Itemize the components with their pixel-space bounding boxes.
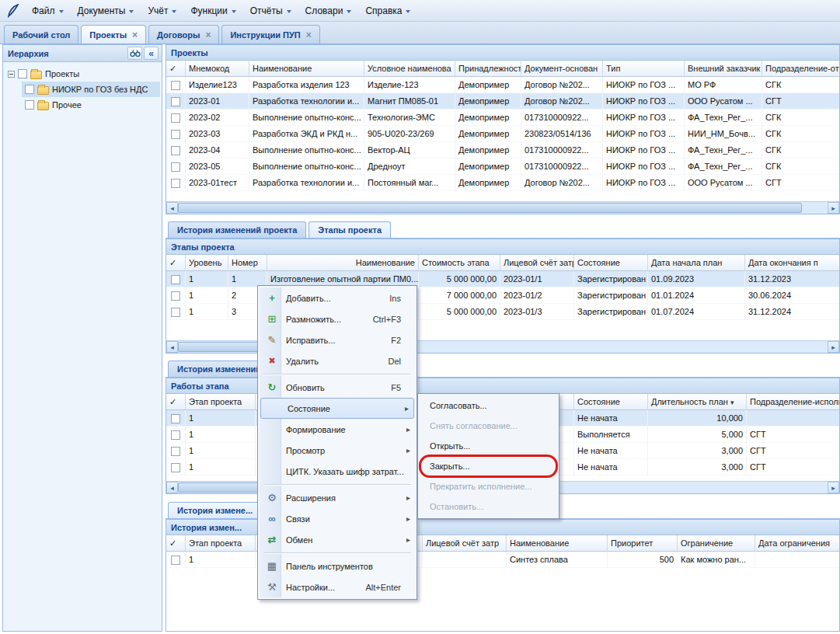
column-header[interactable]: Дата окончания п▾ xyxy=(745,255,839,271)
column-header[interactable]: Стоимость этапа▾ xyxy=(419,255,500,271)
select-all-header[interactable]: ✓ xyxy=(166,535,186,552)
scroll-left-icon[interactable]: ◂ xyxy=(166,202,178,214)
sub-tab[interactable]: Этапы проекта xyxy=(308,221,391,238)
menubar-item[interactable]: Функции xyxy=(183,2,242,19)
row-checkbox[interactable] xyxy=(171,275,180,284)
table-row[interactable]: Изделие123 Разработка изделия 123 Издели… xyxy=(166,77,839,93)
scroll-right-icon[interactable]: ▸ xyxy=(828,341,839,353)
row-checkbox[interactable] xyxy=(171,81,180,90)
sub-tab[interactable]: История изменений проекта xyxy=(168,221,306,238)
column-header[interactable]: Подразделение-от▾ xyxy=(762,61,839,77)
menubar-item[interactable]: Файл xyxy=(25,2,71,19)
scroll-left-icon[interactable]: ◂ xyxy=(166,482,178,493)
context-menu-item[interactable]: + Добавить... Ins ▸ xyxy=(260,287,415,308)
context-menu-item[interactable]: ⊞ Размножить... Ctrl+F3 ▸ xyxy=(260,308,415,329)
context-menu-item[interactable]: ЦИТК. Указать шифр затрат... ▸ xyxy=(260,461,415,482)
main-tab[interactable]: Проекты × xyxy=(81,25,146,44)
main-tab[interactable]: Договоры × xyxy=(148,25,219,44)
search-icon[interactable] xyxy=(127,47,142,60)
tree-checkbox[interactable] xyxy=(25,85,34,94)
menubar-item[interactable]: Словари xyxy=(298,2,359,19)
menubar-item[interactable]: Отчёты xyxy=(243,2,298,19)
column-header[interactable]: Этап проекта▾ xyxy=(186,535,256,552)
context-menu-item[interactable]: ⚒ Настройки... Alt+Enter ▸ xyxy=(260,577,415,597)
context-menu-item[interactable]: ▦ Панель инструментов ▸ xyxy=(260,556,415,577)
column-header[interactable]: Этап проекта▾ xyxy=(186,394,256,410)
column-header[interactable]: Лицевой счёт затр▾ xyxy=(423,535,507,552)
row-checkbox[interactable] xyxy=(171,430,180,440)
row-checkbox[interactable] xyxy=(171,179,180,188)
collapse-panel-icon[interactable]: « xyxy=(144,47,159,60)
context-menu-item[interactable]: Состояние ▸ xyxy=(260,398,414,419)
tree-node[interactable]: НИОКР по ГОЗ без НДС xyxy=(22,82,160,97)
tree-node[interactable]: Прочее xyxy=(22,97,160,113)
scrollbar-track[interactable] xyxy=(178,202,828,214)
table-row[interactable]: 2023-02 Выполнение опытно-конс... Технол… xyxy=(166,110,839,126)
context-menu-item[interactable]: ✖ Удалить Del ▸ xyxy=(260,350,415,371)
context-menu-item[interactable]: ⚙ Расширения ▸ xyxy=(260,487,415,508)
menubar-item[interactable]: Справка xyxy=(358,2,417,19)
column-header[interactable]: Наименование▾ xyxy=(507,535,608,552)
column-header[interactable]: Лицевой счёт затрат▾ xyxy=(500,255,574,271)
column-header[interactable]: Наименование▾ xyxy=(249,61,364,77)
submenu-item[interactable]: Согласовать... xyxy=(420,395,557,416)
scroll-left-icon[interactable]: ◂ xyxy=(166,341,178,353)
scroll-right-icon[interactable]: ▸ xyxy=(828,202,839,214)
column-header[interactable]: Состояние▾ xyxy=(574,255,648,271)
context-menu-item[interactable]: ⇄ Обмен ▸ xyxy=(260,529,415,550)
row-checkbox[interactable] xyxy=(171,146,180,155)
column-header[interactable]: Дата начала план▾ xyxy=(648,255,745,271)
context-menu-item[interactable]: ∞ Связи ▸ xyxy=(260,508,415,529)
row-checkbox[interactable] xyxy=(171,113,180,123)
column-header[interactable]: Номер▾ xyxy=(228,255,267,271)
context-menu-item[interactable]: ✎ Исправить... F2 ▸ xyxy=(260,329,415,350)
row-checkbox[interactable] xyxy=(171,308,180,317)
column-header[interactable]: Тип▾ xyxy=(603,61,685,77)
column-header[interactable]: Приоритет▾ xyxy=(608,535,678,552)
row-checkbox[interactable] xyxy=(171,130,180,139)
column-header[interactable]: Мнемокод▾ xyxy=(186,61,249,77)
context-menu-item[interactable]: Формирование ▸ xyxy=(260,419,415,440)
table-row[interactable]: 2023-05 Выполнение опытно-конс... Дредно… xyxy=(166,158,839,175)
row-checkbox[interactable] xyxy=(171,447,180,456)
submenu-item[interactable]: Закрыть... xyxy=(420,456,557,476)
select-all-header[interactable]: ✓ xyxy=(166,394,186,410)
tab-close-icon[interactable]: × xyxy=(205,31,211,39)
column-header[interactable]: Длительность план▾ xyxy=(648,394,747,410)
scroll-right-icon[interactable]: ▸ xyxy=(828,482,839,493)
submenu-item[interactable]: Открыть... xyxy=(420,436,557,456)
tree-checkbox[interactable] xyxy=(25,100,34,110)
context-menu-item[interactable]: Просмотр ▸ xyxy=(260,440,415,461)
row-checkbox[interactable] xyxy=(171,463,180,472)
scrollbar-thumb[interactable] xyxy=(178,203,802,213)
context-menu-item[interactable]: ▸ xyxy=(262,551,413,555)
horizontal-scrollbar[interactable]: ◂ ▸ xyxy=(166,201,839,214)
column-header[interactable]: Внешний заказчик▾ xyxy=(685,61,762,77)
row-checkbox[interactable] xyxy=(171,291,180,301)
table-row[interactable]: 2023-01 Разработка технологии и... Магни… xyxy=(166,93,839,110)
select-all-header[interactable]: ✓ xyxy=(166,255,186,271)
context-menu-item[interactable]: ▸ xyxy=(262,482,413,486)
tree-node[interactable]: Проекты xyxy=(5,66,160,82)
column-header[interactable]: Уровень▾ xyxy=(186,255,228,271)
context-menu-item[interactable]: ▸ xyxy=(262,372,413,376)
column-header[interactable]: Условное наименова▾ xyxy=(364,61,455,77)
table-row[interactable]: 2023-01тест Разработка технологии и... П… xyxy=(166,175,839,191)
main-tab[interactable]: Рабочий стол × xyxy=(4,25,78,44)
table-row[interactable]: 2023-04 Выполнение опытно-конс... Вектор… xyxy=(166,142,839,158)
sub-tab[interactable]: История измене... xyxy=(168,502,262,518)
tree-checkbox[interactable] xyxy=(18,69,27,78)
column-header[interactable]: Состояние▾ xyxy=(574,394,648,410)
select-all-header[interactable]: ✓ xyxy=(166,61,186,77)
column-header[interactable]: Наименование▾ xyxy=(267,255,419,271)
column-header[interactable]: Ограничение▾ xyxy=(678,535,755,552)
tab-close-icon[interactable]: × xyxy=(132,31,138,39)
menubar-item[interactable]: Учёт xyxy=(141,2,183,19)
row-checkbox[interactable] xyxy=(171,97,180,106)
column-header[interactable]: Подразделение-исполн▾ xyxy=(747,394,839,410)
column-header[interactable]: Документ-основан▾ xyxy=(521,61,603,77)
menubar-item[interactable]: Документы xyxy=(71,2,141,19)
column-header[interactable]: Дата ограничения▾ xyxy=(755,535,839,552)
tab-close-icon[interactable]: × xyxy=(306,31,312,39)
row-checkbox[interactable] xyxy=(171,556,180,565)
